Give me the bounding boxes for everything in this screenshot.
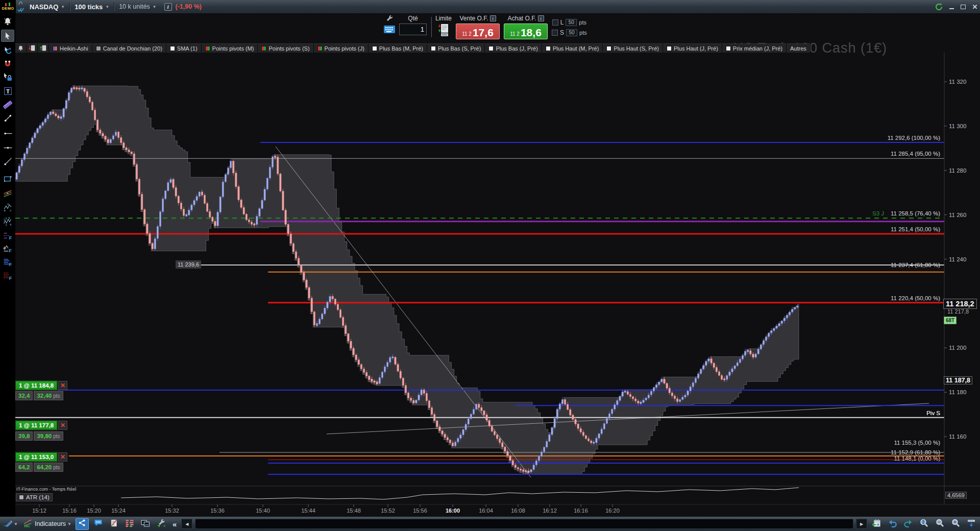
scroll-left-button[interactable]: ◀ (181, 519, 192, 529)
close-position-button[interactable]: ✕ (58, 452, 67, 462)
timeframe-selector[interactable]: 100 ticks ▼ (70, 0, 114, 13)
cursor-tool[interactable] (1, 30, 14, 42)
candle-body (496, 435, 498, 439)
magnet-tool[interactable] (1, 58, 14, 70)
redo-button[interactable] (901, 518, 915, 530)
info-icon[interactable]: i (538, 15, 544, 21)
candle-body (783, 318, 785, 321)
ruler-tool[interactable] (1, 99, 14, 111)
limit-checkbox[interactable] (552, 19, 558, 26)
elliott-wave-tool[interactable]: 12345 (1, 215, 14, 227)
candle-body (363, 369, 364, 372)
parallel-channel-tool[interactable] (1, 187, 14, 199)
legend-item-points-pivots-j-[interactable]: Points pivots (J) (314, 43, 369, 53)
legend-item-points-pivots-s-[interactable]: Points pivots (S) (258, 43, 313, 53)
rectangle-tool[interactable] (1, 173, 14, 185)
trend-line-tool[interactable] (1, 155, 14, 167)
fib-levels-blue-tool[interactable]: F (1, 256, 14, 268)
candle-body (465, 424, 467, 429)
keyboard-icon[interactable] (384, 26, 395, 33)
units-selector[interactable]: 10 k unités ▼ (114, 0, 161, 13)
cursor-lock-tool[interactable] (1, 70, 14, 83)
legend-item-plus-haut-m-pr-[interactable]: Plus Haut (M, Pré) (542, 43, 603, 53)
buy-button[interactable]: 11 2 18,6 (504, 23, 548, 39)
candle-body (16, 173, 17, 179)
legend-swatch (317, 46, 323, 51)
goto-date-button[interactable] (870, 518, 883, 530)
candle-body (63, 109, 64, 117)
info-icon[interactable]: i (164, 3, 172, 11)
stop-pts-input[interactable]: 50 (566, 29, 577, 36)
chat-button[interactable] (91, 518, 105, 530)
abc-pattern-tool[interactable]: abc (1, 201, 14, 213)
text-tool-tool[interactable]: T (1, 85, 14, 97)
order-type-icon[interactable] (438, 23, 449, 37)
candle-body (778, 324, 780, 326)
info-icon[interactable]: i (490, 15, 496, 21)
order-settings-wrench-icon[interactable] (385, 15, 394, 23)
sell-button[interactable]: 11 2 17,6 (456, 23, 500, 39)
refresh-icon[interactable] (935, 3, 943, 11)
zoom-fit-button[interactable] (917, 518, 930, 530)
fib-levels-red-tool[interactable]: F (1, 270, 14, 282)
fib-retracement-tool[interactable]: F (1, 229, 14, 242)
cursor-reset-tool[interactable] (1, 44, 14, 57)
legend-item-prix-m-dian-j-pr-[interactable]: Prix médian (J, Pré) (722, 43, 787, 53)
legend-item-autres[interactable]: Autres (787, 43, 811, 53)
zoom-out-button[interactable] (933, 518, 946, 530)
trading-tools-button[interactable] (155, 518, 168, 530)
limit-pts-input[interactable]: 50 (566, 19, 577, 26)
draw-tools-button[interactable]: ▼ (2, 518, 19, 530)
legend-item-plus-haut-j-pr-[interactable]: Plus Haut (J, Pré) (663, 43, 722, 53)
fib-expansion-tool[interactable]: AF (1, 242, 14, 254)
stop-checkbox[interactable] (552, 30, 558, 36)
close-position-button[interactable]: ✕ (58, 381, 67, 390)
atr-legend-chip[interactable]: ATR (14) (16, 493, 53, 501)
alerts-bell-tool[interactable] (1, 15, 14, 28)
compress-bars-button[interactable] (965, 518, 978, 530)
x-tick-label: 15:32 (165, 508, 179, 514)
scroll-right-button[interactable]: ▶ (856, 519, 867, 529)
horizontal-ray-tool[interactable] (1, 127, 14, 139)
legend-item-heikin-ashi[interactable]: Heikin-Ashi (49, 43, 92, 53)
legend-sell-order-icon[interactable] (27, 43, 38, 53)
legend-label: Plus Bas (M, Pré) (379, 45, 423, 52)
legend-label: Prix médian (J, Pré) (733, 45, 782, 52)
candle-body (661, 379, 663, 382)
share-button[interactable] (76, 518, 89, 530)
x-tick-label: 15:52 (381, 508, 395, 514)
legend-item-points-pivots-m-[interactable]: Points pivots (M) (202, 43, 258, 53)
legend-item-plus-bas-j-pr-[interactable]: Plus Bas (J, Pré) (485, 43, 542, 53)
legend-buy-order-icon[interactable] (38, 43, 49, 53)
instrument-selector[interactable]: NASDAQ ▼ (25, 0, 69, 13)
level-label: 11 155,3 (5,00 %) (894, 440, 940, 446)
collapse-left-icon[interactable]: « (170, 520, 179, 528)
close-button[interactable]: ✕ (971, 4, 978, 11)
news-button[interactable] (107, 518, 120, 530)
undo-button[interactable] (886, 518, 899, 530)
indicators-button[interactable]: Indicateurs▼ (22, 518, 73, 530)
candle-body (152, 243, 153, 249)
segment-tool[interactable] (1, 112, 14, 124)
minimize-button[interactable] (948, 4, 955, 11)
svg-text:F: F (9, 248, 12, 253)
horizontal-line-tool[interactable] (1, 141, 14, 154)
zoom-in-button[interactable] (949, 518, 962, 530)
qty-input[interactable] (399, 23, 427, 35)
legend-swatch (606, 46, 611, 51)
maximize-button[interactable] (960, 4, 967, 11)
link-status[interactable] (16, 2, 25, 12)
candle-body (514, 465, 516, 468)
legend-item-sma-1-[interactable]: SMA (1) (166, 43, 202, 53)
legend-item-plus-bas-s-pr-[interactable]: Plus Bas (S, Pré) (427, 43, 485, 53)
chart-windows-button[interactable] (139, 518, 152, 530)
close-position-button[interactable]: ✕ (58, 421, 67, 430)
legend-item-plus-haut-s-pr-[interactable]: Plus Haut (S, Pré) (603, 43, 663, 53)
chart-scrollbar[interactable] (195, 519, 853, 529)
legend-label: Points pivots (M) (212, 45, 254, 52)
price-chart[interactable]: 11 292,6 (100,00 %)11 285,4 (95,00 %)S3 … (15, 53, 980, 517)
legend-item-plus-bas-m-pr-[interactable]: Plus Bas (M, Pré) (369, 43, 427, 53)
order-book-button[interactable] (123, 518, 136, 530)
legend-alert-icon[interactable] (15, 43, 27, 53)
legend-item-canal-de-donchian-20-[interactable]: Canal de Donchian (20) (92, 43, 166, 53)
